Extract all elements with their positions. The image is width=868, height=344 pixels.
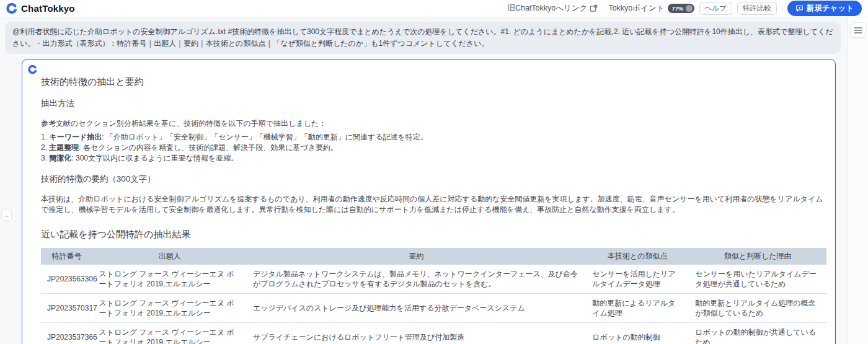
table-heading: 近い記載を持つ公開特許の抽出結果	[41, 229, 826, 240]
method-step: 3. 簡潔化: 300文字以内に収まるように重要な情報を凝縮。	[41, 153, 826, 164]
points-value: 77%	[672, 5, 684, 12]
patent-table-header-row: 特許番号出願人要約本技術との類似点類似と判断した理由	[41, 248, 826, 265]
right-rail	[847, 17, 868, 344]
menu-button[interactable]	[850, 22, 866, 38]
summary-cell: サプライチェーンにおけるロボットフリート管理及び付加製造	[247, 323, 586, 344]
column-header: 本技術との類似点	[586, 248, 689, 265]
old-chattokkyo-link-label: 旧ChatTokkyoへリンク	[507, 3, 587, 14]
assistant-response: 技術的特徴の抽出と要約 抽出方法 参考文献のセクション別分析結果を基に、技術的特…	[22, 59, 836, 344]
column-header: 出願人	[93, 248, 247, 265]
applicant-cell: ストロング フォース ヴィーシーエヌ ポートフォリオ 2019,エルエルシー	[93, 323, 247, 344]
external-link-icon	[590, 4, 598, 12]
app-logo-icon	[6, 3, 17, 14]
assistant-avatar-icon	[28, 65, 37, 77]
brand-title: ChatTokkyo	[21, 3, 75, 14]
tokkyo-points: Tokkyoポイント 77%	[608, 3, 694, 14]
method-heading: 抽出方法	[41, 98, 826, 109]
points-badge: 77%	[668, 4, 694, 13]
method-step: 2. 主題整理: 各セクションの内容を精査し、技術的課題、解決手段、効果に基づき…	[41, 143, 826, 153]
user-message: @利用者状態に応じた介助ロボットの安全制御アルゴリズム.txt #技術的特徴を抽…	[5, 22, 841, 54]
response-title: 技術的特徴の抽出と要約	[41, 76, 826, 88]
new-chat-button[interactable]: 新規チャット	[787, 1, 862, 16]
patent-number-cell: JP2023563306	[41, 265, 93, 294]
summary-heading: 技術的特徴の要約（300文字）	[41, 174, 826, 185]
help-button[interactable]: ヘルプ	[699, 2, 732, 15]
app-header: ChatTokkyo 旧ChatTokkyoへリンク Tokkyoポイント 77…	[0, 0, 868, 17]
table-row: JP2023570317ストロング フォース ヴィーシーエヌ ポートフォリオ 2…	[41, 294, 826, 323]
similarity-cell: センサーを活用したリアルタイムデータ処理	[586, 265, 689, 294]
brand: ChatTokkyo	[6, 3, 75, 14]
patent-table-body: JP2023563306ストロング フォース ヴィーシーエヌ ポートフォリオ 2…	[41, 265, 826, 344]
patent-number-cell: JP2023537366	[41, 323, 93, 344]
patent-number-cell: JP2023570317	[41, 294, 93, 323]
reason-cell: センサーを用いたリアルタイムデータ処理が共通しているため	[689, 265, 826, 294]
main-area: @利用者状態に応じた介助ロボットの安全制御アルゴリズム.txt #技術的特徴を抽…	[0, 17, 868, 344]
method-step: 1. キーワード抽出: 「介助ロボット」「安全制御」「センサー」「機械学習」「動…	[41, 132, 826, 143]
chat-column: @利用者状態に応じた介助ロボットの安全制御アルゴリズム.txt #技術的特徴を抽…	[0, 17, 847, 344]
header-divider	[603, 4, 603, 13]
new-chat-label: 新規チャット	[807, 3, 854, 14]
points-knob-icon	[686, 5, 693, 12]
method-steps: 1. キーワード抽出: 「介助ロボット」「安全制御」「センサー」「機械学習」「動…	[41, 132, 826, 164]
applicant-cell: ストロング フォース ヴィーシーエヌ ポートフォリオ 2019,エルエルシー	[93, 265, 247, 294]
patent-compare-button[interactable]: 特許比較	[737, 2, 777, 15]
applicant-cell: ストロング フォース ヴィーシーエヌ ポートフォリオ 2019,エルエルシー	[93, 294, 247, 323]
summary-cell: エッジデバイスのストレージ及び処理能力を活用する分散データベースシステム	[247, 294, 586, 323]
reason-cell: 動的更新とリアルタイム処理の概念が類似しているため	[689, 294, 826, 323]
similarity-cell: ロボットの動的制御	[586, 323, 689, 344]
header-divider	[782, 4, 782, 13]
summary-cell: デジタル製品ネットワークシステムは、製品メモリ、ネットワークインターフェース、及…	[247, 265, 586, 294]
summary-text: 本技術は、介助ロボットにおける安全制御アルゴリズムを提案するものであり、利用者の…	[41, 194, 826, 215]
chat-bubble-icon	[795, 4, 804, 12]
patent-table: 特許番号出願人要約本技術との類似点類似と判断した理由 JP2023563306ス…	[41, 248, 826, 344]
table-row: JP2023563306ストロング フォース ヴィーシーエヌ ポートフォリオ 2…	[41, 265, 826, 294]
column-header: 要約	[247, 248, 586, 265]
column-header: 特許番号	[41, 248, 93, 265]
hamburger-icon	[854, 27, 862, 34]
arrow-right-icon: →	[4, 212, 10, 219]
old-chattokkyo-link[interactable]: 旧ChatTokkyoへリンク	[507, 3, 598, 14]
sidebar-expand-button[interactable]: →	[1, 209, 12, 221]
reason-cell: ロボットの動的制御が共通しているため	[689, 323, 826, 344]
method-intro: 参考文献のセクション別分析結果を基に、技術的特徴を以下の手順で抽出しました：	[41, 118, 826, 129]
similarity-cell: 動的更新によるリアルタイム処理	[586, 294, 689, 323]
tokkyo-points-label: Tokkyoポイント	[608, 3, 664, 14]
column-header: 類似と判断した理由	[689, 248, 826, 265]
table-row: JP2023537366ストロング フォース ヴィーシーエヌ ポートフォリオ 2…	[41, 323, 826, 344]
